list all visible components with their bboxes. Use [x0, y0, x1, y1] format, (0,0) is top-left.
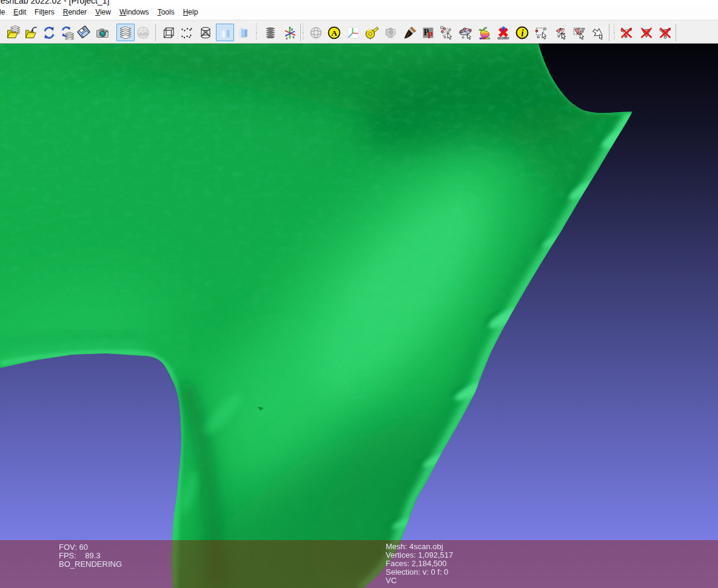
delete-selected-vertices-button[interactable]	[617, 24, 636, 41]
menu-item-tools[interactable]: Tools	[153, 6, 179, 20]
raster-dialog-icon	[136, 25, 150, 40]
georef-button[interactable]: GEOREF	[494, 24, 512, 41]
flat-shading-icon	[218, 25, 232, 40]
hud-right-column: Mesh: 4scan.objVertices: 1,092,517Faces:…	[386, 543, 453, 585]
delete-faces-icon	[639, 25, 654, 40]
toolbar-separator	[300, 24, 301, 41]
pick-points-button[interactable]	[438, 24, 456, 41]
select-vertices-button[interactable]	[532, 24, 551, 41]
delete-faces-vertices-icon	[658, 25, 673, 40]
svg-text:GEOREF: GEOREF	[497, 37, 509, 40]
toolbar-separator	[609, 24, 609, 41]
reload-all-icon	[60, 25, 75, 40]
render-wireframe-button[interactable]	[196, 24, 215, 41]
hud-right-line-0: Mesh: 4scan.obj	[386, 543, 453, 551]
vertex-color-icon	[477, 25, 492, 40]
wireframe-icon	[198, 25, 213, 40]
render-points-button[interactable]	[178, 24, 196, 41]
open-project-button[interactable]	[4, 24, 22, 41]
raster-alignment-button[interactable]	[381, 24, 400, 41]
quality-mapper-button[interactable]: PP	[419, 24, 437, 41]
hud-right-line-2: Faces: 2,184,500	[386, 560, 453, 568]
pick-plane-icon	[458, 25, 473, 40]
menu-item-view[interactable]: View	[91, 6, 115, 20]
window-title: MeshLab 2022.02 - [Project_1]	[0, 0, 109, 5]
open-project-icon	[6, 25, 21, 40]
toolbar-handle[interactable]	[303, 24, 304, 41]
show-layer-dialog-button[interactable]	[116, 24, 135, 41]
texture-stack-icon	[263, 25, 278, 40]
menu-item-windows[interactable]: Windows	[115, 6, 153, 20]
paintbrush-icon	[403, 25, 417, 40]
menu-bar: FileEditFiltersRenderViewWindowsToolsHel…	[0, 6, 718, 20]
render-smooth-button[interactable]	[234, 24, 252, 41]
svg-text:A: A	[331, 28, 337, 38]
import-mesh-icon	[24, 25, 39, 40]
measure-tool-button[interactable]	[363, 24, 381, 41]
show-axis-button[interactable]: yxz	[281, 24, 299, 41]
pick-points-icon	[440, 25, 454, 40]
snapshot-icon	[95, 25, 110, 40]
hud-left-line-0: FOV: 60	[59, 543, 122, 552]
points-icon	[180, 25, 194, 40]
delete-faces-and-vertices-button[interactable]	[656, 24, 674, 41]
quality-mapper-icon: PP	[421, 25, 435, 40]
toolbar-separator	[155, 24, 156, 41]
export-mesh-icon	[77, 25, 92, 40]
mesh-canvas[interactable]	[0, 44, 718, 588]
show-trackball-button[interactable]	[307, 24, 325, 41]
pick-on-plane-button[interactable]	[457, 24, 475, 41]
delete-vertices-icon	[619, 25, 634, 40]
vertex-color-button[interactable]	[475, 24, 494, 41]
menu-item-file[interactable]: File	[0, 6, 9, 20]
export-mesh-button[interactable]	[75, 24, 93, 41]
select-connected-button[interactable]	[589, 24, 607, 41]
viewport-3d[interactable]: FOV: 60FPS: 89.3BO_RENDERING Mesh: 4scan…	[0, 44, 718, 588]
meshlab-window: MeshLab 2022.02 - [Project_1] FileEditFi…	[0, 0, 718, 588]
get-info-button[interactable]: i	[513, 24, 531, 41]
hud-left-line-1: FPS: 89.3	[59, 552, 122, 560]
select-faces-rect-icon	[572, 25, 586, 40]
select-faces-button[interactable]	[552, 24, 570, 41]
georef-icon: GEOREF	[496, 25, 511, 40]
svg-text:i: i	[521, 27, 524, 38]
hud-right-line-1: Vertices: 1,092,517	[386, 551, 453, 560]
measure-tape-icon	[364, 25, 379, 40]
svg-text:P: P	[428, 30, 433, 39]
hud-right-line-4: VC	[386, 576, 453, 585]
toolbar-handle[interactable]	[256, 24, 257, 41]
select-connected-icon	[591, 25, 605, 40]
layer-dialog-icon	[118, 25, 133, 40]
reload-all-button[interactable]	[58, 24, 76, 41]
view-from-button[interactable]	[344, 24, 362, 41]
reload-mesh-button[interactable]	[40, 24, 58, 41]
ambient-occlusion-icon: A	[327, 25, 341, 40]
svg-text:y: y	[291, 27, 294, 30]
render-flat-button[interactable]	[216, 24, 234, 41]
menu-item-filters[interactable]: Filters	[30, 6, 59, 20]
menu-item-render[interactable]: Render	[59, 6, 91, 20]
show-axis-icon: yxz	[283, 25, 297, 40]
ambient-occlusion-button[interactable]: A	[325, 24, 343, 41]
delete-selected-faces-button[interactable]	[637, 24, 656, 41]
select-vertices-icon	[534, 25, 549, 40]
toolbar-handle[interactable]	[614, 24, 615, 41]
select-faces-rect-button[interactable]	[570, 24, 588, 41]
menu-item-help[interactable]: Help	[179, 6, 203, 20]
bbox-icon	[161, 25, 176, 40]
trackball-icon	[309, 25, 323, 40]
render-bbox-button[interactable]	[159, 24, 178, 41]
svg-text:z: z	[286, 36, 288, 39]
menu-item-edit[interactable]: Edit	[9, 6, 30, 20]
paint-tool-button[interactable]	[401, 24, 419, 41]
import-mesh-button[interactable]	[22, 24, 41, 41]
reload-mesh-icon	[42, 25, 56, 40]
toolbar: yxzAPPGEOREFi	[0, 20, 718, 44]
view-axes-icon	[346, 25, 360, 40]
hud-left-column: FOV: 60FPS: 89.3BO_RENDERING	[59, 543, 122, 569]
toolbar-separator	[676, 24, 676, 41]
snapshot-button[interactable]	[93, 24, 112, 41]
show-raster-dialog-button	[134, 24, 152, 41]
smooth-shading-icon	[236, 25, 250, 40]
render-texture-button[interactable]	[261, 24, 280, 41]
